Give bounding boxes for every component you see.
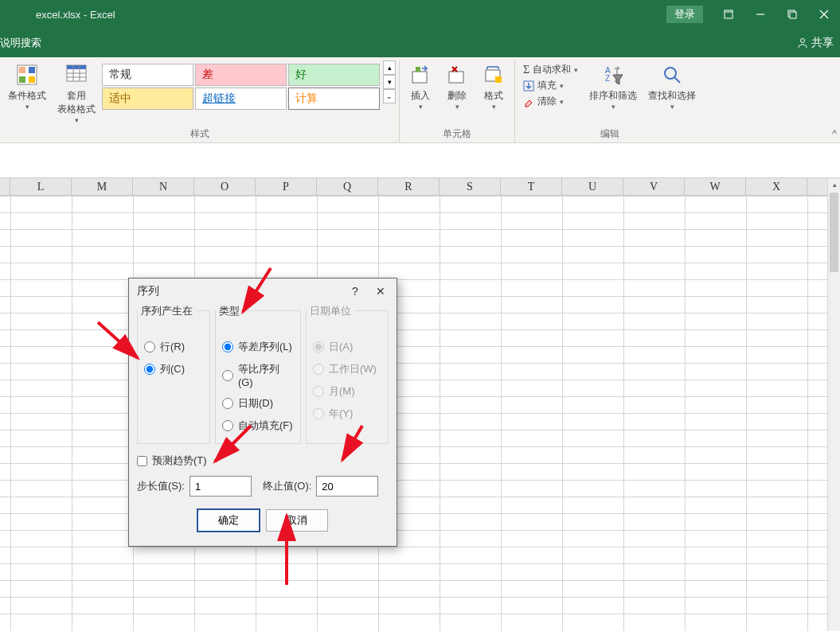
dropdown-arrow-icon: ▾ — [611, 103, 615, 111]
formula-bar[interactable] — [0, 143, 840, 178]
style-good[interactable]: 好 — [288, 64, 380, 86]
login-button[interactable]: 登录 — [666, 6, 703, 23]
filename: excel.xlsx — [36, 9, 80, 21]
style-bad[interactable]: 差 — [195, 64, 287, 86]
col-header[interactable]: R — [378, 178, 440, 195]
dialog-help-icon[interactable]: ? — [347, 283, 363, 299]
fill-button[interactable]: 填充 ▾ — [520, 78, 581, 93]
window-title: excel.xlsx - Excel — [36, 9, 115, 21]
col-header[interactable]: M — [72, 178, 133, 195]
col-header[interactable]: X — [746, 178, 807, 195]
col-header[interactable]: N — [133, 178, 194, 195]
ribbon-group-styles: 条件格式 ▾ 套用 表格格式 ▾ 常规 差 好 适中 超链接 计算 ▴ — [0, 60, 400, 142]
svg-rect-4 — [790, 12, 796, 18]
spreadsheet-grid[interactable]: L M N O P Q R S T U V W X ▴ — [0, 178, 840, 631]
dropdown-arrow-icon: ▾ — [670, 103, 674, 111]
dialog-close-icon[interactable]: ✕ — [373, 283, 389, 299]
table-format-button[interactable]: 套用 表格格式 ▾ — [53, 60, 100, 126]
format-button[interactable]: 格式 ▾ — [476, 60, 511, 112]
scroll-up-icon[interactable]: ▴ — [828, 178, 840, 191]
fieldset-series-in: 序列产生在 行(R) 列(C) — [137, 310, 210, 444]
group-label-styles: 样式 — [190, 126, 209, 141]
ok-button[interactable]: 确定 — [197, 509, 260, 532]
ribbon-display-icon[interactable] — [713, 0, 744, 29]
share-button[interactable]: 共享 — [797, 36, 834, 50]
collapse-ribbon-icon[interactable]: ^ — [832, 128, 837, 139]
dropdown-arrow-icon: ▾ — [574, 66, 578, 74]
col-header[interactable]: Q — [317, 178, 378, 195]
dropdown-arrow-icon: ▾ — [560, 98, 564, 106]
step-label: 步长值(S): — [137, 479, 185, 493]
svg-rect-23 — [495, 76, 502, 83]
gallery-scroll-down[interactable]: ▾ — [383, 75, 396, 89]
style-link[interactable]: 超链接 — [195, 88, 287, 110]
col-header[interactable]: S — [440, 178, 501, 195]
close-icon[interactable] — [808, 0, 840, 29]
dropdown-arrow-icon: ▾ — [492, 103, 496, 111]
minimize-icon[interactable] — [744, 0, 776, 29]
svg-text:Z: Z — [605, 74, 610, 83]
sort-filter-icon: AZ — [600, 62, 626, 88]
cell-styles-gallery[interactable]: 常规 差 好 适中 超链接 计算 ▴ ▾ ⌄ — [102, 60, 396, 113]
sort-filter-button[interactable]: AZ 排序和筛选 ▾ — [584, 60, 642, 112]
legend-date-unit: 日期单位 — [307, 304, 354, 318]
find-select-button[interactable]: 查找和选择 ▾ — [643, 60, 701, 112]
radio-growth[interactable]: 等比序列(G) — [222, 358, 294, 392]
style-normal[interactable]: 常规 — [102, 64, 193, 86]
insert-cells-icon — [408, 62, 433, 88]
col-header[interactable]: L — [10, 178, 72, 195]
radio-autofill[interactable]: 自动填充(F) — [222, 415, 294, 437]
table-format-icon — [64, 62, 89, 88]
legend-series-in: 序列产生在 — [138, 304, 196, 318]
style-neutral[interactable]: 适中 — [102, 88, 193, 110]
trend-label: 预测趋势(T) — [152, 454, 207, 468]
delete-cells-icon — [444, 62, 470, 88]
gallery-expand[interactable]: ⌄ — [383, 89, 396, 103]
eraser-icon — [523, 96, 534, 107]
step-input[interactable] — [189, 476, 252, 497]
dropdown-arrow-icon: ▾ — [455, 103, 459, 111]
fill-down-icon — [523, 80, 534, 92]
find-icon — [659, 62, 685, 88]
svg-line-28 — [674, 77, 680, 83]
dialog-titlebar[interactable]: 序列 ? ✕ — [129, 278, 397, 304]
radio-columns[interactable]: 列(C) — [144, 358, 203, 380]
radio-date[interactable]: 日期(D) — [222, 392, 294, 415]
stop-input[interactable] — [316, 476, 378, 497]
radio-linear[interactable]: 等差序列(L) — [222, 336, 294, 358]
conditional-format-button[interactable]: 条件格式 ▾ — [3, 60, 51, 112]
radio-rows[interactable]: 行(R) — [144, 336, 203, 358]
col-header[interactable]: T — [501, 178, 562, 195]
share-icon — [797, 37, 808, 49]
column-headers: L M N O P Q R S T U V W X — [0, 178, 840, 196]
svg-point-7 — [801, 39, 805, 43]
trend-checkbox[interactable] — [137, 456, 147, 466]
conditional-format-icon — [14, 62, 40, 88]
delete-button[interactable]: 删除 ▾ — [440, 60, 475, 112]
radio-weekday: 工作日(W) — [313, 358, 381, 380]
col-header[interactable]: W — [685, 178, 746, 195]
col-header[interactable]: U — [562, 178, 623, 195]
svg-point-27 — [665, 68, 676, 79]
row-header-corner[interactable] — [0, 178, 10, 195]
maximize-icon[interactable] — [776, 0, 808, 29]
svg-rect-21 — [449, 72, 463, 83]
svg-rect-12 — [29, 76, 35, 83]
col-header[interactable]: V — [623, 178, 685, 195]
group-label-cells: 单元格 — [443, 126, 471, 141]
vertical-scrollbar[interactable]: ▴ — [827, 178, 840, 631]
gallery-scroll-up[interactable]: ▴ — [383, 60, 396, 75]
style-calc[interactable]: 计算 — [288, 88, 380, 110]
col-header[interactable]: P — [256, 178, 317, 195]
clear-button[interactable]: 清除 ▾ — [520, 94, 581, 109]
trend-checkbox-row[interactable]: 预测趋势(T) — [137, 449, 389, 476]
grid-body[interactable] — [0, 196, 840, 631]
scrollbar-thumb[interactable] — [830, 193, 838, 272]
col-header[interactable]: O — [194, 178, 256, 195]
group-label-editing: 编辑 — [600, 126, 619, 141]
fieldset-type: 类型 等差序列(L) 等比序列(G) 日期(D) 自动填充(F) — [215, 310, 301, 444]
autosum-button[interactable]: Σ 自动求和 ▾ — [520, 62, 581, 77]
insert-button[interactable]: 插入 ▾ — [403, 60, 438, 112]
cancel-button[interactable]: 取消 — [266, 509, 328, 532]
tell-me-search[interactable]: 说明搜索 — [0, 36, 41, 50]
